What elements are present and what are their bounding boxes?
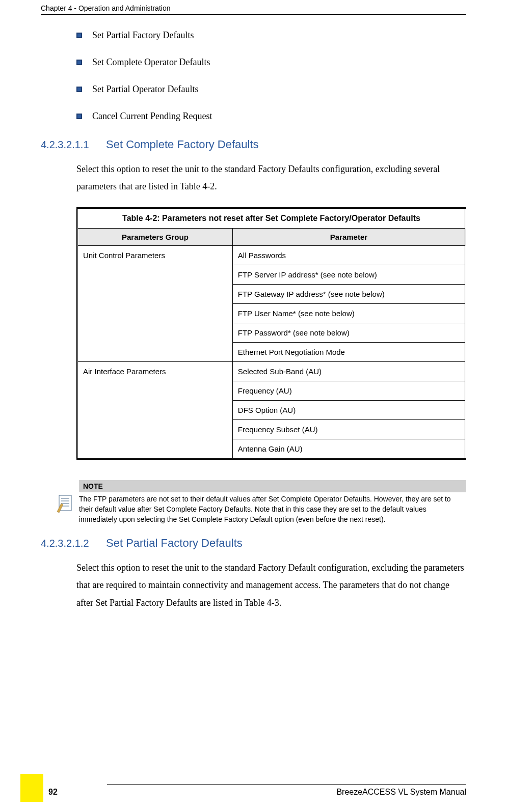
chapter-title: Chapter 4 - Operation and Administration <box>41 4 170 12</box>
bullet-text: Set Complete Operator Defaults <box>92 57 210 68</box>
parameters-table: Table 4-2: Parameters not reset after Se… <box>76 207 466 460</box>
col-header-group: Parameters Group <box>77 229 233 246</box>
manual-name: BreezeACCESS VL System Manual <box>107 788 466 797</box>
list-item: Cancel Current Pending Request <box>76 111 466 122</box>
note-icon <box>56 494 74 515</box>
section-body-2: Select this option to reset the unit to … <box>76 559 466 611</box>
section-body-1: Select this option to reset the unit to … <box>76 160 466 195</box>
bullet-icon <box>76 87 82 92</box>
param-cell: FTP Password* (see note below) <box>232 323 465 343</box>
table-row: Air Interface Parameters Selected Sub-Ba… <box>77 362 466 381</box>
bullet-list: Set Partial Factory Defaults Set Complet… <box>76 30 466 122</box>
section-number: 4.2.3.2.1.2 <box>41 538 97 549</box>
bullet-text: Set Partial Factory Defaults <box>92 30 194 41</box>
param-cell: FTP Gateway IP address* (see note below) <box>232 285 465 304</box>
list-item: Set Partial Factory Defaults <box>76 30 466 41</box>
param-cell: Ethernet Port Negotiation Mode <box>232 343 465 362</box>
param-cell: Antenna Gain (AU) <box>232 439 465 459</box>
table-header-row: Parameters Group Parameter <box>77 229 466 246</box>
bullet-icon <box>76 33 82 38</box>
param-cell: Frequency Subset (AU) <box>232 420 465 439</box>
table-title: Table 4-2: Parameters not reset after Se… <box>77 208 466 229</box>
note-block: NOTE The FTP parameters are not set to t… <box>56 480 466 526</box>
note-content: NOTE The FTP parameters are not set to t… <box>79 480 466 526</box>
section-heading-2: 4.2.3.2.1.2 Set Partial Factory Defaults <box>41 537 466 550</box>
param-cell: All Passwords <box>232 246 465 265</box>
param-cell: FTP User Name* (see note below) <box>232 304 465 323</box>
col-header-parameter: Parameter <box>232 229 465 246</box>
chapter-header: Chapter 4 - Operation and Administration <box>41 0 466 15</box>
bullet-icon <box>76 114 82 119</box>
param-cell: DFS Option (AU) <box>232 401 465 420</box>
section-title: Set Complete Factory Defaults <box>106 138 259 151</box>
group-cell: Air Interface Parameters <box>77 362 233 459</box>
yellow-marker <box>20 774 43 802</box>
section-heading-1: 4.2.3.2.1.1 Set Complete Factory Default… <box>41 138 466 151</box>
footer: BreezeACCESS VL System Manual <box>0 784 507 797</box>
list-item: Set Complete Operator Defaults <box>76 57 466 68</box>
note-header: NOTE <box>79 480 466 492</box>
group-cell: Unit Control Parameters <box>77 246 233 362</box>
page-number: 92 <box>43 788 58 802</box>
param-cell: FTP Server IP address* (see note below) <box>232 265 465 285</box>
note-text: The FTP parameters are not set to their … <box>79 492 466 526</box>
list-item: Set Partial Operator Defaults <box>76 84 466 95</box>
bullet-text: Cancel Current Pending Request <box>92 111 212 122</box>
param-cell: Selected Sub-Band (AU) <box>232 362 465 381</box>
bullet-text: Set Partial Operator Defaults <box>92 84 198 95</box>
bullet-icon <box>76 60 82 65</box>
section-title: Set Partial Factory Defaults <box>106 537 243 550</box>
table-title-row: Table 4-2: Parameters not reset after Se… <box>77 208 466 229</box>
section-number: 4.2.3.2.1.1 <box>41 139 97 151</box>
table-row: Unit Control Parameters All Passwords <box>77 246 466 265</box>
param-cell: Frequency (AU) <box>232 381 465 401</box>
page-number-block: 92 <box>20 774 58 802</box>
